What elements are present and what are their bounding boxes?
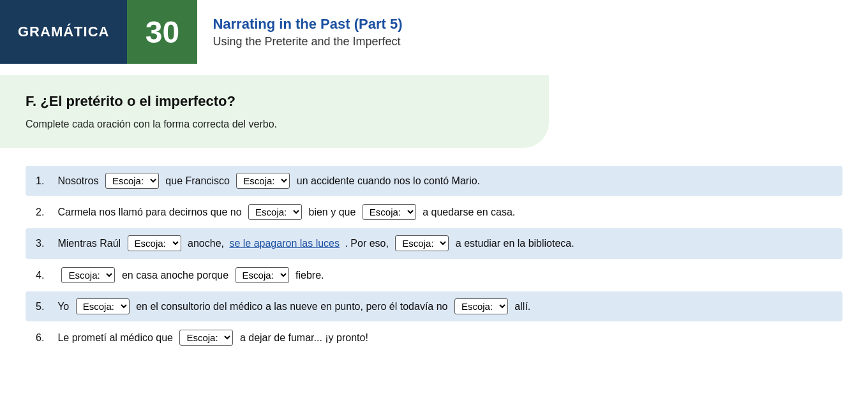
dropdown-2a[interactable]: Escoja:: [248, 204, 302, 220]
exercise-item-4: 4. Escoja: en casa anoche porque Escoja:…: [26, 260, 842, 290]
exercise-item-3: 3. Mientras Raúl Escoja: anoche, se le a…: [26, 228, 842, 258]
title-main: Narrating in the Past (Part 5): [213, 16, 402, 33]
text-4c: fiebre.: [293, 267, 324, 284]
text-1a: Nosotros: [55, 172, 101, 189]
text-5b: en el consultorio del médico a las nueve…: [133, 298, 451, 315]
intro-description: Complete cada oración con la forma corre…: [26, 119, 523, 130]
text-3c: . Por eso,: [342, 235, 391, 252]
chapter-number: 30: [127, 0, 197, 64]
item-num-1: 1.: [36, 172, 54, 189]
exercise-item-1: 1. Nosotros Escoja: que Francisco Escoja…: [26, 166, 842, 196]
text-3a: Mientras Raúl: [55, 235, 124, 252]
dropdown-1a[interactable]: Escoja:: [105, 173, 159, 189]
text-6a: Le prometí al médico que: [55, 329, 176, 346]
header: GRAMÁTICA 30 Narrating in the Past (Part…: [0, 0, 868, 64]
text-3b: anoche,: [185, 235, 227, 252]
item-num-3: 3.: [36, 235, 54, 252]
dropdown-4a[interactable]: Escoja:: [61, 267, 115, 283]
exercise-area: 1. Nosotros Escoja: que Francisco Escoja…: [0, 148, 868, 367]
title-sub: Using the Preterite and the Imperfect: [213, 35, 402, 48]
dropdown-3a[interactable]: Escoja:: [128, 235, 181, 251]
text-5c: allí.: [512, 298, 530, 315]
dropdown-1b[interactable]: Escoja:: [236, 173, 290, 189]
item-num-6: 6.: [36, 329, 54, 346]
item-num-5: 5.: [36, 298, 54, 315]
intro-card: F. ¿El pretérito o el imperfecto? Comple…: [0, 75, 549, 148]
exercise-item-2: 2. Carmela nos llamó para decirnos que n…: [26, 197, 842, 227]
intro-title: F. ¿El pretérito o el imperfecto?: [26, 93, 523, 110]
text-3d: a estudiar en la biblioteca.: [453, 235, 574, 252]
dropdown-5b[interactable]: Escoja:: [454, 298, 508, 314]
header-title-block: Narrating in the Past (Part 5) Using the…: [197, 0, 417, 64]
text-2c: a quedarse en casa.: [420, 203, 515, 221]
dropdown-3b[interactable]: Escoja:: [395, 235, 449, 251]
dropdown-5a[interactable]: Escoja:: [76, 298, 130, 314]
text-2b: bien y que: [306, 203, 359, 221]
text-5a: Yo: [55, 298, 72, 315]
text-1b: que Francisco: [163, 172, 232, 189]
dropdown-2b[interactable]: Escoja:: [363, 204, 416, 220]
text-6b: a dejar de fumar... ¡y pronto!: [237, 329, 368, 346]
text-4b: en casa anoche porque: [119, 267, 231, 284]
text-4a: [55, 267, 57, 284]
item-num-4: 4.: [36, 267, 54, 284]
text-2a: Carmela nos llamó para decirnos que no: [55, 203, 244, 221]
exercise-item-6: 6. Le prometí al médico que Escoja: a de…: [26, 323, 842, 353]
gramatica-label: GRAMÁTICA: [0, 0, 127, 64]
item-num-2: 2.: [36, 203, 54, 221]
text-1c: un accidente cuando nos lo contó Mario.: [294, 172, 480, 189]
link-se-le-apagaron[interactable]: se le apagaron las luces: [229, 235, 340, 252]
exercise-item-5: 5. Yo Escoja: en el consultorio del médi…: [26, 291, 842, 321]
dropdown-4b[interactable]: Escoja:: [236, 267, 289, 283]
dropdown-6a[interactable]: Escoja:: [179, 330, 233, 346]
